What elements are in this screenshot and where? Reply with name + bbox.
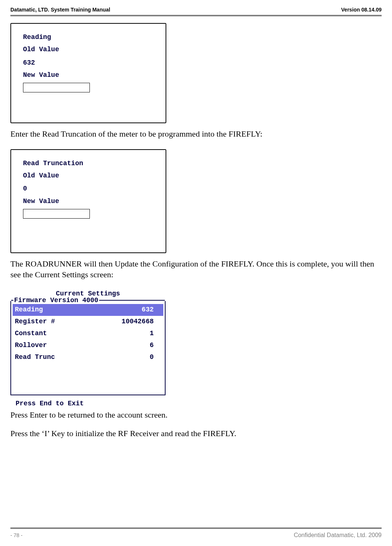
- settings-row-read-trunc[interactable]: Read Trunc 0: [15, 352, 161, 363]
- new-value-input[interactable]: [23, 209, 90, 219]
- settings-row-constant[interactable]: Constant 1: [15, 328, 161, 340]
- old-value-number: 632: [23, 57, 154, 69]
- footer-divider: [10, 527, 382, 529]
- settings-label: Register #: [15, 317, 55, 327]
- screenshot-content: Read Truncation Old Value 0 New Value: [23, 157, 154, 220]
- firmware-legend: Firmware Version 4000: [11, 297, 165, 304]
- settings-value: 10042668: [122, 317, 154, 327]
- settings-value: 1: [150, 328, 154, 339]
- label-new-value: New Value: [23, 195, 154, 207]
- screenshot-content: Reading Old Value 632 New Value: [23, 31, 154, 94]
- label-old-value: Old Value: [23, 170, 154, 182]
- screenshot-read-truncation: Read Truncation Old Value 0 New Value: [10, 149, 166, 253]
- paragraph-truncation: Enter the Read Truncation of the meter t…: [10, 128, 382, 140]
- current-settings-box: Firmware Version 4000 Reading 632 Regist…: [10, 301, 166, 395]
- paragraph-press-i: Press the ‘I’ Key to initialize the RF R…: [10, 428, 382, 439]
- settings-label: Read Trunc: [15, 352, 55, 363]
- paragraph-press-enter: Press Enter to be returned to the accoun…: [10, 409, 382, 421]
- screenshot-current-settings: Current Settings Firmware Version 4000 R…: [10, 290, 166, 407]
- header-left: Datamatic, LTD. System Training Manual: [10, 7, 110, 13]
- settings-value: 632: [142, 305, 154, 315]
- settings-row-rollover[interactable]: Rollover 6: [15, 340, 161, 352]
- label-reading: Reading: [23, 31, 154, 43]
- paragraph-roadrunner: The ROADRUNNER will then Update the Conf…: [10, 258, 382, 280]
- footer-confidential: Confidential Datamatic, Ltd. 2009: [294, 532, 382, 539]
- header-right: Version 08.14.09: [341, 7, 382, 13]
- label-new-value: New Value: [23, 69, 154, 81]
- press-end-to-exit: Press End to Exit: [16, 400, 166, 407]
- label-old-value: Old Value: [23, 43, 154, 56]
- current-settings-title: Current Settings: [10, 290, 166, 297]
- label-read-truncation: Read Truncation: [23, 157, 154, 170]
- settings-label: Rollover: [15, 340, 47, 351]
- firmware-legend-text: Firmware Version 4000: [13, 297, 99, 304]
- settings-value: 0: [150, 352, 154, 363]
- new-value-input[interactable]: [23, 83, 90, 92]
- header-divider: [10, 15, 382, 16]
- settings-value: 6: [150, 340, 154, 351]
- page-footer: - 78 - Confidential Datamatic, Ltd. 2009: [10, 532, 382, 539]
- settings-label: Reading: [15, 305, 43, 315]
- settings-label: Constant: [15, 328, 47, 339]
- screenshot-reading: Reading Old Value 632 New Value: [10, 23, 166, 123]
- settings-row-register[interactable]: Register # 10042668: [15, 316, 161, 328]
- settings-row-reading[interactable]: Reading 632: [13, 304, 163, 316]
- old-value-number: 0: [23, 183, 154, 195]
- page-header: Datamatic, LTD. System Training Manual V…: [10, 7, 382, 13]
- page-number: - 78 -: [10, 532, 23, 538]
